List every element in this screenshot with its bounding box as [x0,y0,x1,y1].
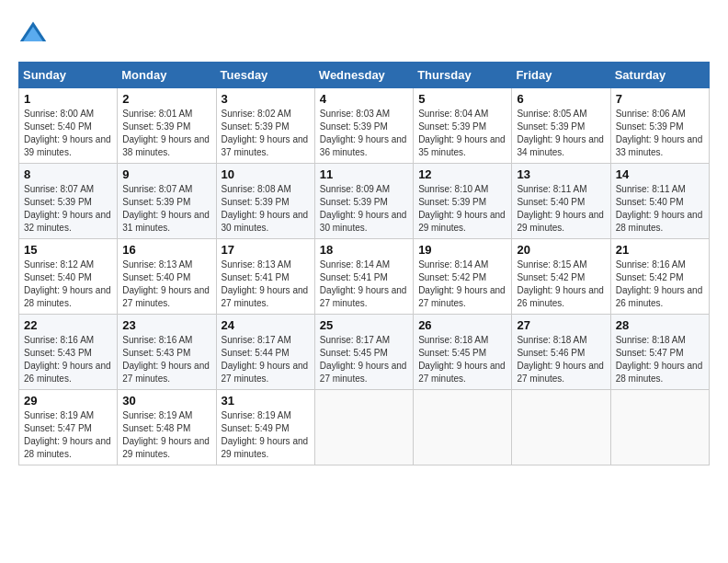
calendar-week-4: 22 Sunrise: 8:16 AM Sunset: 5:43 PM Dayl… [19,315,710,390]
logo-icon [18,18,48,48]
calendar-cell: 15 Sunrise: 8:12 AM Sunset: 5:40 PM Dayl… [19,239,118,315]
day-info: Sunrise: 8:11 AM Sunset: 5:40 PM Dayligh… [616,183,704,235]
day-number: 29 [24,394,112,408]
sunset-text: Sunset: 5:42 PM [616,272,684,282]
daylight-text: Daylight: 9 hours and 27 minutes. [418,285,506,308]
sunset-text: Sunset: 5:39 PM [616,121,684,132]
calendar-week-2: 8 Sunrise: 8:07 AM Sunset: 5:39 PM Dayli… [19,164,710,239]
day-number: 23 [122,318,210,332]
day-number: 28 [616,318,704,332]
daylight-text: Daylight: 9 hours and 37 minutes. [222,134,309,157]
sunrise-text: Sunrise: 8:11 AM [517,184,586,194]
daylight-text: Daylight: 9 hours and 28 minutes. [24,436,111,459]
sunrise-text: Sunrise: 8:08 AM [222,184,291,194]
day-info: Sunrise: 8:19 AM Sunset: 5:49 PM Dayligh… [222,409,310,461]
calendar-cell: 14 Sunrise: 8:11 AM Sunset: 5:40 PM Dayl… [610,164,709,239]
calendar-cell: 6 Sunrise: 8:05 AM Sunset: 5:39 PM Dayli… [512,88,610,164]
weekday-header-thursday: Thursday [414,63,512,88]
sunset-text: Sunset: 5:39 PM [320,121,388,132]
day-info: Sunrise: 8:17 AM Sunset: 5:44 PM Dayligh… [222,334,310,385]
sunset-text: Sunset: 5:49 PM [222,423,290,433]
calendar-cell: 8 Sunrise: 8:07 AM Sunset: 5:39 PM Dayli… [19,164,118,239]
day-info: Sunrise: 8:10 AM Sunset: 5:39 PM Dayligh… [418,183,506,235]
day-number: 17 [222,243,310,257]
calendar-cell: 18 Sunrise: 8:14 AM Sunset: 5:41 PM Dayl… [314,239,413,315]
day-info: Sunrise: 8:16 AM Sunset: 5:43 PM Dayligh… [122,334,210,385]
day-info: Sunrise: 8:17 AM Sunset: 5:45 PM Dayligh… [320,334,408,385]
sunrise-text: Sunrise: 8:03 AM [320,109,390,119]
day-info: Sunrise: 8:06 AM Sunset: 5:39 PM Dayligh… [616,108,704,159]
sunset-text: Sunset: 5:40 PM [517,197,585,207]
day-info: Sunrise: 8:02 AM Sunset: 5:39 PM Dayligh… [222,108,310,159]
day-number: 25 [320,318,408,332]
calendar-cell: 24 Sunrise: 8:17 AM Sunset: 5:44 PM Dayl… [216,315,314,390]
day-info: Sunrise: 8:14 AM Sunset: 5:41 PM Dayligh… [320,259,408,310]
daylight-text: Daylight: 9 hours and 27 minutes. [122,361,210,384]
sunrise-text: Sunrise: 8:19 AM [222,410,291,420]
daylight-text: Daylight: 9 hours and 30 minutes. [320,210,407,233]
day-info: Sunrise: 8:13 AM Sunset: 5:41 PM Dayligh… [222,259,310,310]
sunrise-text: Sunrise: 8:14 AM [418,259,488,270]
sunset-text: Sunset: 5:39 PM [222,197,290,207]
weekday-header-sunday: Sunday [19,63,118,88]
calendar-cell: 25 Sunrise: 8:17 AM Sunset: 5:45 PM Dayl… [314,315,413,390]
weekday-header-monday: Monday [118,63,216,88]
day-number: 6 [517,92,605,106]
calendar-cell: 4 Sunrise: 8:03 AM Sunset: 5:39 PM Dayli… [314,88,413,164]
day-number: 20 [517,243,605,257]
day-info: Sunrise: 8:00 AM Sunset: 5:40 PM Dayligh… [24,108,112,159]
sunrise-text: Sunrise: 8:16 AM [616,259,686,270]
daylight-text: Daylight: 9 hours and 35 minutes. [418,134,506,157]
calendar-cell [610,390,709,465]
day-number: 2 [122,92,210,106]
sunrise-text: Sunrise: 8:14 AM [320,259,390,270]
calendar-cell: 22 Sunrise: 8:16 AM Sunset: 5:43 PM Dayl… [19,315,118,390]
calendar-cell: 26 Sunrise: 8:18 AM Sunset: 5:45 PM Dayl… [414,315,512,390]
sunset-text: Sunset: 5:39 PM [517,121,585,132]
day-number: 4 [320,92,408,106]
calendar-cell: 17 Sunrise: 8:13 AM Sunset: 5:41 PM Dayl… [216,239,314,315]
calendar-cell: 30 Sunrise: 8:19 AM Sunset: 5:48 PM Dayl… [118,390,216,465]
day-number: 31 [222,394,310,408]
calendar-cell [414,390,512,465]
day-info: Sunrise: 8:16 AM Sunset: 5:42 PM Dayligh… [616,259,704,310]
daylight-text: Daylight: 9 hours and 27 minutes. [122,285,210,308]
calendar-cell: 20 Sunrise: 8:15 AM Sunset: 5:42 PM Dayl… [512,239,610,315]
day-number: 16 [122,243,210,257]
day-info: Sunrise: 8:15 AM Sunset: 5:42 PM Dayligh… [517,259,605,310]
day-number: 9 [122,167,210,181]
day-info: Sunrise: 8:12 AM Sunset: 5:40 PM Dayligh… [24,259,112,310]
sunrise-text: Sunrise: 8:18 AM [418,335,488,345]
sunrise-text: Sunrise: 8:16 AM [24,335,94,345]
sunrise-text: Sunrise: 8:11 AM [616,184,686,194]
calendar-week-5: 29 Sunrise: 8:19 AM Sunset: 5:47 PM Dayl… [19,390,710,465]
calendar-week-1: 1 Sunrise: 8:00 AM Sunset: 5:40 PM Dayli… [19,88,710,164]
sunrise-text: Sunrise: 8:09 AM [320,184,390,194]
sunrise-text: Sunrise: 8:13 AM [222,259,291,270]
daylight-text: Daylight: 9 hours and 27 minutes. [222,285,309,308]
weekday-header-friday: Friday [512,63,610,88]
calendar-cell: 23 Sunrise: 8:16 AM Sunset: 5:43 PM Dayl… [118,315,216,390]
sunrise-text: Sunrise: 8:15 AM [517,259,586,270]
calendar-cell: 19 Sunrise: 8:14 AM Sunset: 5:42 PM Dayl… [414,239,512,315]
calendar-cell: 5 Sunrise: 8:04 AM Sunset: 5:39 PM Dayli… [414,88,512,164]
sunset-text: Sunset: 5:42 PM [517,272,585,282]
calendar-cell [314,390,413,465]
day-number: 1 [24,92,112,106]
daylight-text: Daylight: 9 hours and 26 minutes. [24,361,111,384]
sunrise-text: Sunrise: 8:16 AM [122,335,192,345]
sunset-text: Sunset: 5:40 PM [122,272,190,282]
daylight-text: Daylight: 9 hours and 33 minutes. [616,134,703,157]
sunset-text: Sunset: 5:39 PM [122,121,190,132]
day-number: 24 [222,318,310,332]
day-info: Sunrise: 8:14 AM Sunset: 5:42 PM Dayligh… [418,259,506,310]
day-number: 8 [24,167,112,181]
calendar-table: SundayMondayTuesdayWednesdayThursdayFrid… [18,62,710,465]
calendar-cell: 3 Sunrise: 8:02 AM Sunset: 5:39 PM Dayli… [216,88,314,164]
daylight-text: Daylight: 9 hours and 29 minutes. [517,210,604,233]
sunrise-text: Sunrise: 8:18 AM [517,335,586,345]
sunset-text: Sunset: 5:44 PM [222,348,290,358]
sunset-text: Sunset: 5:39 PM [24,197,92,207]
day-number: 7 [616,92,704,106]
weekday-header-wednesday: Wednesday [314,63,413,88]
